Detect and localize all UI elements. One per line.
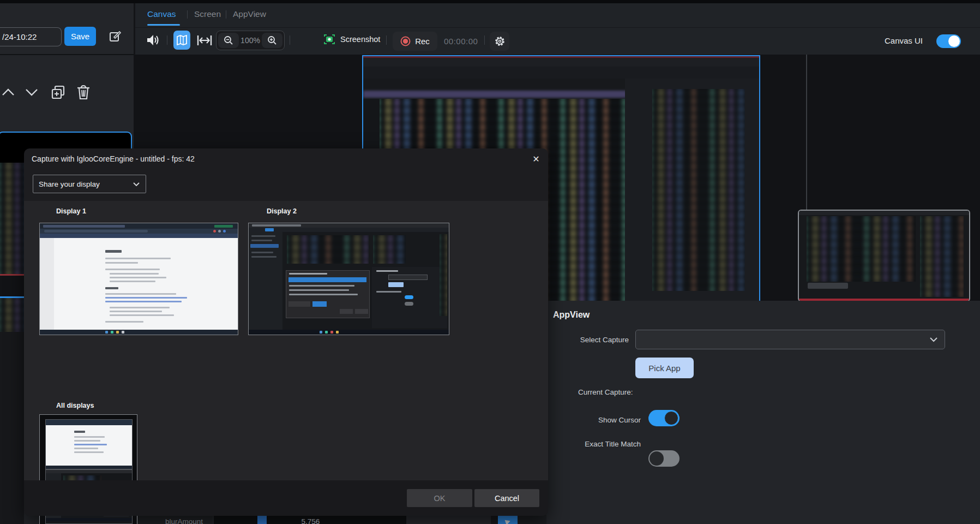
property-row-end [518,515,546,524]
tab-canvas[interactable]: Canvas [147,9,176,19]
pick-app-button[interactable]: Pick App [635,358,694,378]
dialog-footer: OK Cancel [24,480,548,516]
capture-menubar [363,58,759,67]
capture-preview-thumbnail[interactable] [798,210,970,302]
capture-toolbar [363,67,759,79]
current-capture-label: Current Capture: [578,388,633,396]
share-source-dropdown[interactable]: Share your display [33,175,146,193]
speaker-icon [146,34,161,46]
screenshot-button[interactable]: Screenshot [323,34,380,45]
save-button[interactable]: Save [64,27,96,46]
edit-icon [109,30,122,43]
d1-findbar [40,234,238,238]
zoom-in-icon [267,35,277,45]
audio-button[interactable] [146,34,161,46]
record-label: Rec [415,37,430,46]
canvas-ui-toggle-knob [948,35,960,47]
clip-thumbnail-fragment-2[interactable] [0,298,24,332]
delete-clip-button[interactable] [76,84,91,100]
appview-section-title: AppView [553,310,590,320]
fit-width-button[interactable] [196,34,213,47]
property-value: 5.756 [214,517,407,524]
display1-label: Display 1 [56,207,86,215]
all-d1-mini [45,419,133,469]
clip-name-input[interactable] [0,27,62,46]
tab-separator [187,10,188,19]
record-button[interactable]: Rec [393,32,437,51]
property-play-button[interactable] [498,515,518,524]
cancel-button[interactable]: Cancel [474,489,539,507]
tab-appview[interactable]: AppView [233,9,266,19]
tab-canvas-underline [147,24,180,26]
ok-button[interactable]: OK [407,489,472,507]
top-bar: Canvas Screen AppView [134,3,980,55]
zoom-out-icon [224,35,233,45]
d1-taskbar [40,330,238,335]
property-cell-gap [491,515,498,524]
chevron-down-icon [929,337,938,342]
chevron-down-icon [133,182,140,187]
preview-side [920,216,964,297]
preview-code [807,216,916,282]
tab-screen[interactable]: Screen [194,9,221,19]
d2-capture-b [373,235,406,264]
dialog-close-button[interactable]: ✕ [528,152,544,166]
preview-searchbox [808,283,848,289]
select-capture-label: Select Capture [552,336,629,344]
d2-appview-panel [372,267,447,328]
canvas-ui-toggle[interactable] [936,34,961,48]
record-settings-button[interactable] [490,32,509,51]
d2-left-panel [249,232,282,330]
property-label: blurAmount [165,517,203,524]
capture-side-content [652,89,745,291]
d1-page [40,238,238,330]
record-icon [400,36,411,46]
display2-thumbnail[interactable] [248,223,449,335]
zoom-level: 100% [241,36,260,45]
zoom-in-button[interactable] [262,33,282,48]
share-source-value: Share your display [33,180,133,188]
exact-title-match-toggle[interactable] [648,450,680,467]
tab-separator [226,10,226,19]
duplicate-clip-button[interactable] [50,84,67,100]
show-cursor-toggle[interactable] [648,410,680,426]
app-window: Save [0,0,980,524]
show-cursor-label: Show Cursor [552,416,641,424]
map-icon [177,35,187,45]
display1-thumbnail[interactable] [39,223,238,335]
display2-label: Display 2 [267,207,297,215]
tab-row-divider [135,27,980,28]
play-icon [504,518,512,524]
canvas-ui-label: Canvas UI [885,36,923,45]
properties-row: blurAmount 5.756 [134,515,546,524]
camera-icon [323,34,335,45]
clip-list-empty-area [0,332,24,524]
exact-title-match-label: Exact Title Match [552,440,641,448]
duplicate-icon [50,84,67,100]
move-clip-up-button[interactable] [1,88,15,97]
property-slider[interactable]: 5.756 [213,515,407,524]
move-clip-down-button[interactable] [25,88,39,97]
minimap-button[interactable] [173,31,190,50]
d2-dialog [286,270,370,318]
all-displays-label: All displays [56,402,94,409]
show-cursor-toggle-knob [664,411,678,425]
close-icon: ✕ [532,154,539,164]
chevron-up-icon [1,88,15,97]
chevron-down-icon [25,88,39,97]
dialog-display-picker: Display 1 Display 2 [24,201,548,480]
clip-gap [0,276,24,296]
zoom-out-button[interactable] [218,33,239,48]
d2-minimap [440,234,447,316]
gear-icon [494,35,506,47]
d2-taskbar [249,330,449,335]
d2-capture-a [287,235,369,264]
rename-button[interactable] [109,30,122,43]
fit-width-icon [196,34,213,47]
select-capture-dropdown[interactable] [635,330,945,349]
clip-thumbnail-fragment[interactable] [0,163,24,274]
capture-dialog: Capture with IglooCoreEngine - untitled … [24,148,548,516]
left-panel-divider [0,54,134,55]
zoom-control-group: 100% [216,31,285,50]
exact-title-match-toggle-knob [650,451,664,466]
